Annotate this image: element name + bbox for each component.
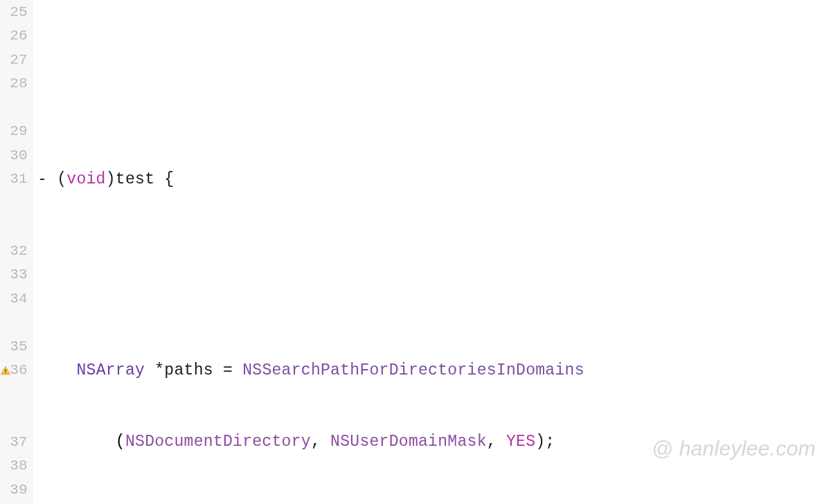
code-line[interactable] bbox=[37, 72, 831, 96]
line-number: 28 bbox=[3, 72, 28, 96]
line-number: 27 bbox=[3, 48, 28, 72]
line-number: 30 bbox=[3, 143, 28, 168]
line-wrap bbox=[3, 406, 28, 431]
line-number: 31 bbox=[3, 168, 28, 192]
line-number: 26 bbox=[3, 24, 28, 48]
line-wrap bbox=[3, 382, 28, 406]
line-number: 29 bbox=[3, 120, 28, 144]
svg-rect-1 bbox=[5, 372, 6, 373]
line-number: 38 bbox=[3, 454, 28, 478]
code-editor[interactable]: - (void)test { NSArray *paths = NSSearch… bbox=[33, 0, 831, 504]
line-number: 37 bbox=[3, 430, 28, 454]
line-number: 25 bbox=[3, 0, 28, 24]
line-wrap bbox=[3, 191, 28, 215]
line-number: 39 bbox=[3, 478, 28, 502]
line-number-gutter: 25 26 27 28 29 30 31 32 33 34 35 36 37 3… bbox=[0, 0, 33, 504]
line-number: 36 bbox=[3, 359, 28, 383]
line-wrap bbox=[3, 96, 28, 120]
line-number: 32 bbox=[3, 239, 28, 263]
line-number: 33 bbox=[3, 263, 28, 287]
code-line[interactable]: NSArray *paths = NSSearchPathForDirector… bbox=[37, 359, 831, 383]
line-number: 35 bbox=[3, 334, 28, 359]
code-line-wrap[interactable]: (NSDocumentDirectory, NSUserDomainMask, … bbox=[37, 430, 831, 454]
code-line[interactable]: - (void)test { bbox=[37, 168, 831, 192]
svg-rect-0 bbox=[5, 369, 6, 372]
line-number: 40 bbox=[3, 502, 28, 505]
line-wrap bbox=[3, 311, 28, 335]
line-wrap bbox=[3, 215, 28, 240]
line-number: 34 bbox=[3, 287, 28, 311]
warning-icon bbox=[0, 366, 11, 375]
code-line[interactable] bbox=[37, 263, 831, 287]
